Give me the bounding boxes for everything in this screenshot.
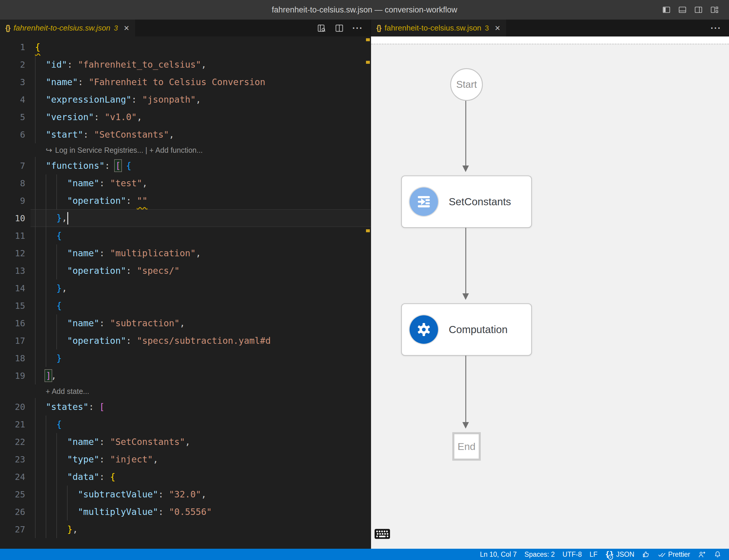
keyboard-shortcuts-icon[interactable] [375,529,390,540]
editor-groups: {} fahrenheit-to-celsius.sw.json 3 × ··· [0,20,729,549]
codelens-link[interactable]: + Add state... [0,384,371,398]
tab-fahrenheit-to-celsius-json[interactable]: {} fahrenheit-to-celsius.sw.json 3 × [0,20,135,36]
code-line-8[interactable]: 8 "name": "test", [0,174,371,192]
line-number: 18 [0,353,31,363]
code-line-13[interactable]: 13 "operation": "specs/" [0,262,371,279]
toggle-primary-sidebar-icon[interactable] [662,5,671,14]
line-number: 2 [0,60,31,70]
code-line-24[interactable]: 24 "data": { [0,468,371,486]
code-line-26[interactable]: 26 "multiplyValue": "0.5556" [0,503,371,521]
codelens-link[interactable]: ↪Log in Service Registries... | + Add fu… [0,143,371,157]
tab-fahrenheit-to-celsius-json-preview[interactable]: {} fahrenheit-to-celsius.sw.json 3 × [371,20,506,36]
close-tab-icon[interactable]: × [124,23,129,33]
line-number: 11 [0,231,31,241]
editor[interactable]: 1{2 "id": "fahrenheit_to_celsius",3 "nam… [0,36,371,549]
code-line-9[interactable]: 9 "operation": "" [0,192,371,209]
code-line-25[interactable]: 25 "subtractValue": "32.0", [0,486,371,503]
more-actions-icon[interactable]: ··· [711,23,721,33]
editor-group-preview: {} fahrenheit-to-celsius.sw.json 3 × ···… [371,20,729,549]
code-line-1[interactable]: 1{ [0,38,371,56]
open-preview-icon[interactable] [317,23,326,33]
line-number: 27 [0,524,31,534]
start-node-label: Start [456,79,477,90]
tab-problems-badge: 3 [114,24,118,32]
code-line-16[interactable]: 16 "name": "subtraction", [0,314,371,332]
problems-badge-icon: × [608,555,613,560]
toggle-secondary-sidebar-icon[interactable] [694,5,703,14]
editor-actions: ··· [317,20,371,36]
person-arrow-icon [698,551,706,559]
overview-ruler-warning [366,38,370,41]
split-editor-icon[interactable] [335,23,344,33]
end-node-label: End [458,441,476,452]
code-line-3[interactable]: 3 "name": "Fahrenheit to Celsius Convers… [0,73,371,91]
thumbs-up-icon [642,551,650,559]
workflow-node-setconstants[interactable]: SetConstants [401,176,532,228]
line-number: 16 [0,318,31,328]
line-number: 13 [0,266,31,276]
line-number: 9 [0,196,31,206]
line-number: 19 [0,371,31,381]
close-tab-icon[interactable]: × [495,23,500,33]
code-line-10[interactable]: 10 }, [0,209,371,227]
workflow-edge-arrow [465,101,466,169]
code-line-6[interactable]: 6 "start": "SetConstants", [0,126,371,143]
workflow-diagram-canvas[interactable]: Start [371,44,729,549]
code-line-14[interactable]: 14 }, [0,279,371,297]
code-line-19[interactable]: 19 ], [0,367,371,384]
code-line-22[interactable]: 22 "name": "SetConstants", [0,433,371,451]
code-line-15[interactable]: 15 { [0,297,371,314]
right-tabbar: {} fahrenheit-to-celsius.sw.json 3 × ··· [371,20,729,36]
workflow-end-node[interactable]: End [452,432,481,461]
more-actions-icon[interactable]: ··· [352,23,363,33]
workflow-start-node[interactable]: Start [450,68,483,101]
line-number: 22 [0,437,31,447]
code-line-4[interactable]: 4 "expressionLang": "jsonpath", [0,91,371,108]
window-title: fahrenheit-to-celsius.sw.json — conversi… [272,5,457,15]
status-indentation[interactable]: Spaces: 2 [521,549,558,560]
status-account[interactable] [694,549,710,560]
node-label: SetConstants [449,196,511,208]
line-number: 25 [0,489,31,499]
preview-top-strip [371,36,729,44]
toggle-panel-icon[interactable] [678,5,687,14]
status-encoding[interactable]: UTF-8 [559,549,586,560]
code-line-17[interactable]: 17 "operation": "specs/subtraction.yaml#… [0,332,371,349]
workflow-node-computation[interactable]: Computation [401,303,532,356]
customize-layout-icon[interactable] [710,5,719,14]
left-tabbar: {} fahrenheit-to-celsius.sw.json 3 × ··· [0,20,371,36]
line-number: 20 [0,402,31,412]
tab-problems-badge: 3 [485,24,489,32]
line-number: 3 [0,77,31,87]
line-number: 6 [0,130,31,140]
code-line-27[interactable]: 27 }, [0,521,371,538]
code-lines: 1{2 "id": "fahrenheit_to_celsius",3 "nam… [0,38,371,538]
line-number: 5 [0,112,31,122]
code-line-2[interactable]: 2 "id": "fahrenheit_to_celsius", [0,56,371,73]
status-eol[interactable]: LF [586,549,601,560]
status-formatter-prettier[interactable]: Prettier [654,549,694,560]
code-line-5[interactable]: 5 "version": "v1.0", [0,108,371,126]
inject-state-icon [410,187,438,216]
status-language-mode[interactable]: {}× JSON [601,549,638,560]
code-line-12[interactable]: 12 "name": "multiplication", [0,244,371,262]
code-line-18[interactable]: 18 } [0,349,371,367]
code-line-21[interactable]: 21 { [0,416,371,433]
code-line-11[interactable]: 11 { [0,227,371,244]
code-line-7[interactable]: 7 "functions": [ { [0,157,371,174]
workflow-edge-arrow [465,356,466,426]
line-number: 12 [0,248,31,258]
tab-label: fahrenheit-to-celsius.sw.json [384,23,481,33]
text-cursor [67,212,68,225]
line-number: 8 [0,178,31,188]
status-notifications[interactable] [710,549,725,560]
code-line-20[interactable]: 20 "states": [ [0,398,371,416]
double-check-icon [658,551,666,559]
workflow-edge-arrow [465,228,466,297]
status-feedback[interactable] [638,549,654,560]
code-line-23[interactable]: 23 "type": "inject", [0,451,371,468]
status-cursor-position[interactable]: Ln 10, Col 7 [476,549,521,560]
statusbar: Ln 10, Col 7 Spaces: 2 UTF-8 LF {}× JSON… [0,549,729,560]
line-number: 21 [0,419,31,429]
operation-state-gear-icon [410,315,438,344]
